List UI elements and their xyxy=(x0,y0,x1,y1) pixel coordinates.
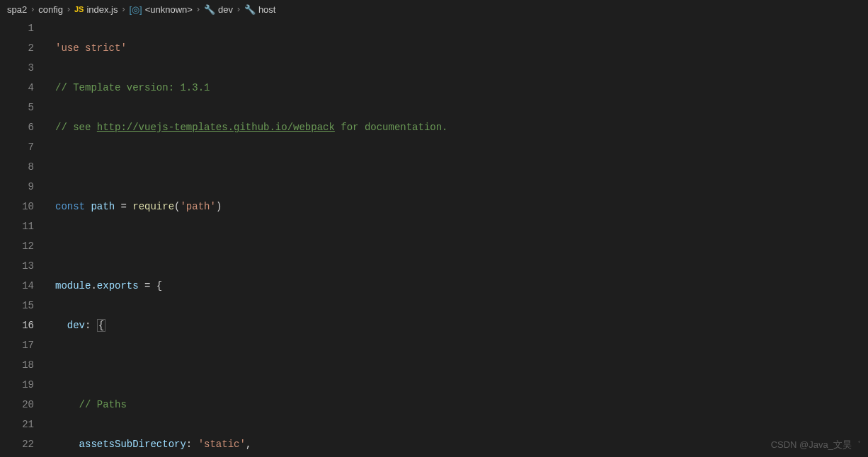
breadcrumb-label: spa2 xyxy=(7,4,27,15)
token-plain: , xyxy=(246,439,251,450)
token-plain: = { xyxy=(139,280,163,291)
token-plain: : xyxy=(85,320,97,331)
line-number: 9 xyxy=(0,177,34,197)
line-number: 6 xyxy=(0,117,34,137)
token-plain: : xyxy=(186,439,198,450)
chevron-right-icon: › xyxy=(197,4,200,14)
code-line[interactable]: // Paths xyxy=(48,395,868,415)
token-string: 'static' xyxy=(198,439,246,450)
line-number: 18 xyxy=(0,355,34,375)
line-number: 22 xyxy=(0,434,34,454)
code-line[interactable] xyxy=(48,236,868,256)
line-number: 7 xyxy=(0,137,34,157)
breadcrumb-item[interactable]: 🔧host xyxy=(244,4,276,15)
code-content[interactable]: 'use strict' // Template version: 1.3.1 … xyxy=(48,18,868,457)
code-line[interactable]: module.exports = { xyxy=(48,276,868,296)
wrench-icon: 🔧 xyxy=(204,4,215,15)
code-line[interactable]: assetsSubDirectory: 'static', xyxy=(48,434,868,454)
chevron-right-icon: › xyxy=(122,4,125,14)
breadcrumb-label: dev xyxy=(218,4,233,15)
line-number: 19 xyxy=(0,375,34,395)
token-string: 'use strict' xyxy=(55,42,127,54)
line-number: 15 xyxy=(0,296,34,316)
code-line[interactable] xyxy=(48,355,868,375)
token-property: assetsSubDirectory xyxy=(79,439,186,450)
breadcrumb-label: <unknown> xyxy=(145,4,193,15)
breadcrumb[interactable]: spa2 › config › JSindex.js › [◎]<unknown… xyxy=(0,0,868,18)
line-number: 3 xyxy=(0,58,34,78)
chevron-right-icon: › xyxy=(67,4,70,14)
line-number: 16 xyxy=(0,316,34,335)
js-file-icon: JS xyxy=(74,5,84,13)
line-number-gutter: 1 2 3 4 5 6 7 8 9 10 11 12 13 14 15 16 1… xyxy=(0,18,48,457)
token-variable: dev xyxy=(67,320,85,331)
breadcrumb-item[interactable]: JSindex.js xyxy=(74,4,118,15)
token-function: require xyxy=(132,201,174,212)
symbol-icon: [◎] xyxy=(129,4,142,15)
line-number: 1 xyxy=(0,18,34,38)
line-number: 2 xyxy=(0,38,34,58)
line-number: 13 xyxy=(0,256,34,276)
breadcrumb-item[interactable]: spa2 xyxy=(7,4,27,15)
code-line[interactable] xyxy=(48,157,868,177)
breadcrumb-item[interactable]: [◎]<unknown> xyxy=(129,4,192,15)
token-string: 'path' xyxy=(180,201,215,212)
code-line[interactable]: // Template version: 1.3.1 xyxy=(48,78,868,98)
line-number: 21 xyxy=(0,415,34,434)
token-plain: . xyxy=(91,280,96,291)
chevron-right-icon: › xyxy=(31,4,34,14)
token-comment: // Paths xyxy=(79,399,127,410)
code-line[interactable]: 'use strict' xyxy=(48,38,868,58)
breadcrumb-item[interactable]: 🔧dev xyxy=(204,4,233,15)
line-number: 10 xyxy=(0,197,34,216)
token-comment: for documentation. xyxy=(335,122,448,133)
token-plain: = xyxy=(115,201,132,212)
wrench-icon: 🔧 xyxy=(244,4,256,15)
chevron-right-icon: › xyxy=(237,4,240,14)
breadcrumb-item[interactable]: config xyxy=(38,4,63,15)
line-number: 20 xyxy=(0,395,34,415)
token-comment: // see xyxy=(55,122,97,133)
line-number: 14 xyxy=(0,276,34,296)
token-brace: { xyxy=(97,319,105,332)
token-link[interactable]: http://vuejs-templates.github.io/webpack xyxy=(97,122,335,133)
code-line[interactable]: // see http://vuejs-templates.github.io/… xyxy=(48,117,868,137)
token-comment: // Template version: 1.3.1 xyxy=(55,82,210,93)
breadcrumb-label: index.js xyxy=(86,4,118,15)
line-number: 12 xyxy=(0,236,34,256)
token-variable: exports xyxy=(97,280,139,291)
code-line[interactable]: const path = require('path') xyxy=(48,197,868,216)
code-line[interactable]: dev: { xyxy=(48,316,868,335)
line-number: 4 xyxy=(0,78,34,98)
line-number: 8 xyxy=(0,157,34,177)
token-variable: path xyxy=(91,201,115,212)
token-variable: module xyxy=(55,280,91,291)
line-number: 11 xyxy=(0,216,34,236)
token-keyword: const xyxy=(55,201,85,212)
watermark: CSDN @Java_文昊゛ xyxy=(771,439,861,451)
breadcrumb-label: host xyxy=(258,4,276,15)
line-number: 5 xyxy=(0,98,34,117)
line-number: 17 xyxy=(0,335,34,355)
code-editor[interactable]: 1 2 3 4 5 6 7 8 9 10 11 12 13 14 15 16 1… xyxy=(0,18,868,457)
breadcrumb-label: config xyxy=(38,4,63,15)
